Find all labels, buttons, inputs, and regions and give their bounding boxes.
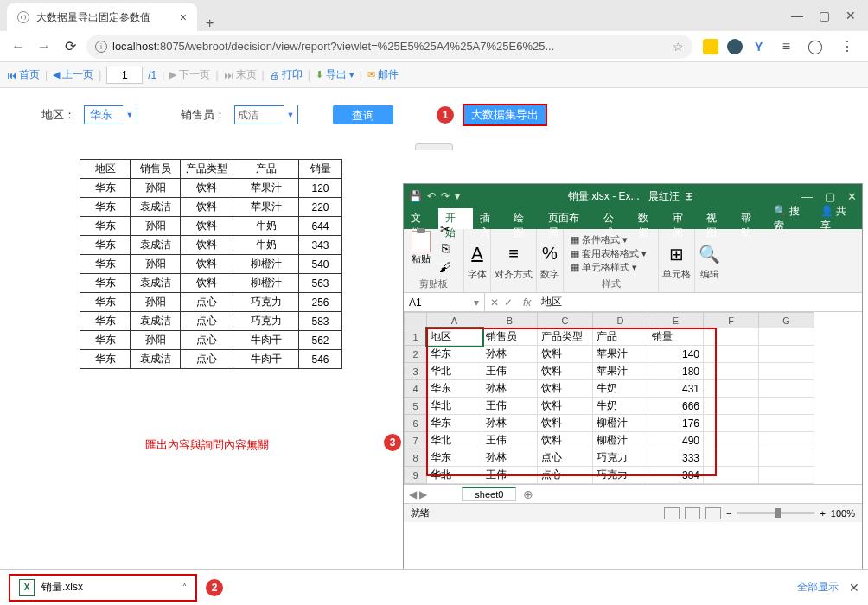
fx-cancel-icon[interactable]: ✕ (490, 296, 499, 309)
cut-icon[interactable]: ✂ (437, 220, 454, 238)
cell[interactable]: 490 (648, 432, 704, 449)
excel-close-icon[interactable]: ✕ (847, 190, 857, 203)
row-header[interactable]: 7 (405, 432, 427, 449)
redo-icon[interactable]: ↷ (441, 190, 450, 202)
row-header[interactable]: 4 (405, 380, 427, 398)
cell[interactable]: 苹果汁 (593, 363, 648, 380)
chevron-up-icon[interactable]: ˄ (182, 583, 187, 592)
cell[interactable]: 王伟 (482, 398, 538, 415)
zoom-in-icon[interactable]: + (820, 508, 825, 519)
cell[interactable] (704, 328, 759, 346)
extension-icon[interactable] (703, 39, 718, 54)
cell[interactable]: 孙林 (482, 346, 538, 363)
cells-group[interactable]: ⊞单元格 (659, 229, 695, 292)
cell[interactable]: 666 (648, 398, 704, 415)
cell[interactable]: 王伟 (482, 467, 538, 484)
sheet-tab[interactable]: sheet0 (462, 487, 516, 501)
cell[interactable]: 华北 (427, 432, 482, 449)
cell[interactable]: 384 (648, 467, 704, 484)
zoom-slider[interactable] (737, 512, 814, 514)
maximize-icon[interactable]: ▢ (819, 9, 830, 22)
fx-confirm-icon[interactable]: ✓ (504, 296, 513, 309)
minimize-icon[interactable]: — (791, 9, 803, 22)
playlist-icon[interactable]: ≡ (777, 39, 795, 54)
row-header[interactable]: 2 (405, 346, 427, 363)
bookmark-icon[interactable]: ☆ (673, 40, 684, 54)
cell[interactable]: 点心 (538, 467, 593, 484)
save-icon[interactable]: 💾 (409, 190, 422, 202)
align-group[interactable]: ≡对齐方式 (491, 229, 537, 292)
qa-more-icon[interactable]: ▾ (455, 190, 460, 202)
cell[interactable]: 180 (648, 363, 704, 380)
name-box[interactable]: A1▾ (404, 293, 485, 311)
formula-input[interactable] (536, 296, 862, 309)
sheet-nav-icon[interactable]: ◀ ▶ (404, 488, 432, 500)
query-button[interactable]: 查询 (333, 105, 393, 124)
profile-icon[interactable]: ◯ (802, 38, 828, 54)
cell[interactable] (759, 432, 814, 449)
excel-grid[interactable]: ABCDEFG 1地区销售员产品类型产品销量2华东孙林饮料苹果汁1403华北王伟… (404, 312, 814, 484)
column-header[interactable]: B (482, 313, 538, 328)
cell-style-button[interactable]: ▦单元格样式▾ (571, 261, 651, 274)
print-button[interactable]: 🖨打印 (270, 67, 303, 82)
cell[interactable]: 销量 (648, 328, 704, 346)
excel-minimize-icon[interactable]: — (801, 190, 813, 203)
cell[interactable]: 产品类型 (538, 328, 593, 346)
column-header[interactable]: G (759, 313, 814, 328)
close-icon[interactable]: ✕ (849, 581, 859, 595)
sales-combo[interactable]: ▼ (234, 105, 298, 124)
ribbon-tab[interactable]: 数据 (631, 208, 666, 229)
column-header[interactable]: E (648, 313, 704, 328)
cell[interactable]: 饮料 (538, 363, 593, 380)
share-button[interactable]: 👤 共享 (815, 208, 862, 229)
excel-maximize-icon[interactable]: ▢ (825, 190, 835, 203)
row-header[interactable]: 6 (405, 415, 427, 432)
format-painter-icon[interactable]: 🖌 (437, 258, 454, 276)
cell[interactable]: 华东 (427, 380, 482, 398)
new-tab-button[interactable]: + (197, 16, 222, 31)
cell[interactable]: 华东 (427, 449, 482, 467)
cell[interactable] (759, 467, 814, 484)
add-sheet-button[interactable]: ⊕ (516, 487, 540, 501)
cell[interactable]: 饮料 (538, 346, 593, 363)
big-export-button[interactable]: 大数据集导出 (463, 104, 547, 126)
cell[interactable]: 牛奶 (593, 380, 648, 398)
cell[interactable] (759, 328, 814, 346)
cell[interactable]: 333 (648, 449, 704, 467)
cell[interactable]: 点心 (538, 449, 593, 467)
table-format-button[interactable]: ▦套用表格格式▾ (571, 247, 651, 260)
cell[interactable]: 华东 (427, 415, 482, 432)
url-field[interactable]: i localhost:8075/webroot/decision/view/r… (86, 35, 692, 59)
zoom-level[interactable]: 100% (831, 508, 855, 519)
row-header[interactable]: 1 (405, 328, 427, 346)
download-item[interactable]: 销量.xlsx ˄ (9, 574, 197, 602)
row-header[interactable]: 9 (405, 467, 427, 484)
column-header[interactable]: D (593, 313, 648, 328)
cell[interactable] (704, 380, 759, 398)
undo-icon[interactable]: ↶ (427, 190, 436, 202)
view-break-icon[interactable] (705, 507, 721, 519)
cell[interactable] (759, 398, 814, 415)
show-all-downloads[interactable]: 全部显示 (797, 580, 839, 595)
cell[interactable] (759, 380, 814, 398)
cell[interactable]: 431 (648, 380, 704, 398)
last-page-button[interactable]: ⏭末页 (224, 67, 257, 82)
cell[interactable] (759, 415, 814, 432)
cell[interactable]: 地区 (427, 328, 482, 346)
view-normal-icon[interactable] (664, 507, 680, 519)
column-header[interactable]: C (538, 313, 593, 328)
cell[interactable]: 产品 (593, 328, 648, 346)
mail-button[interactable]: ✉邮件 (367, 67, 399, 82)
ribbon-tab[interactable]: 视图 (699, 208, 734, 229)
cell[interactable]: 饮料 (538, 380, 593, 398)
cell[interactable]: 巧克力 (593, 449, 648, 467)
export-button[interactable]: ⬇导出▾ (316, 67, 354, 82)
cell[interactable] (759, 346, 814, 363)
browser-tab[interactable]: 大数据量导出固定参数值 × (7, 3, 197, 31)
column-header[interactable]: F (704, 313, 759, 328)
paste-button[interactable]: 粘贴 (407, 231, 435, 265)
ribbon-tab[interactable]: 页面布局 (541, 208, 597, 229)
ribbon-tab[interactable]: 绘图 (507, 208, 541, 229)
cell[interactable]: 巧克力 (593, 467, 648, 484)
copy-icon[interactable]: ⎘ (437, 239, 454, 257)
